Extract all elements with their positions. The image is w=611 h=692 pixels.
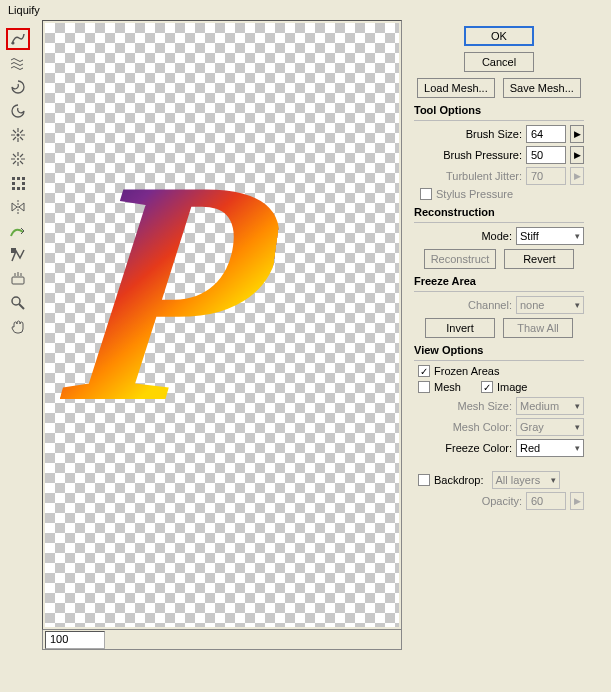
- tool-options-heading: Tool Options: [414, 104, 584, 116]
- opacity-arrow: ▶: [570, 492, 584, 510]
- chevron-down-icon: ▾: [575, 422, 580, 432]
- checkbox-checked-icon: ✓: [481, 381, 493, 393]
- checkbox-checked-icon: ✓: [418, 365, 430, 377]
- mesh-color-select: Gray▾: [516, 418, 584, 436]
- chevron-down-icon: ▾: [575, 300, 580, 310]
- svg-rect-7: [22, 182, 25, 185]
- checkbox-icon: [418, 474, 430, 486]
- brush-pressure-input[interactable]: 50: [526, 146, 566, 164]
- brush-size-label: Brush Size:: [466, 128, 522, 140]
- thaw-tool[interactable]: [6, 268, 30, 290]
- svg-rect-4: [17, 177, 20, 180]
- canvas[interactable]: P: [45, 23, 399, 627]
- brush-size-arrow[interactable]: ▶: [570, 125, 584, 143]
- zoom-tool[interactable]: [6, 292, 30, 314]
- save-mesh-button[interactable]: Save Mesh...: [503, 78, 581, 98]
- mesh-size-select: Medium▾: [516, 397, 584, 415]
- svg-point-13: [12, 297, 20, 305]
- dialog-title: Liquify: [0, 0, 611, 20]
- opacity-input: 60: [526, 492, 566, 510]
- reconstruct-button: Reconstruct: [424, 249, 497, 269]
- zoom-input[interactable]: 100: [45, 631, 105, 649]
- brush-pressure-label: Brush Pressure:: [443, 149, 522, 161]
- frozen-areas-check[interactable]: ✓ Frozen Areas: [414, 365, 584, 377]
- chevron-down-icon: ▾: [575, 443, 580, 453]
- freeze-area-heading: Freeze Area: [414, 275, 584, 287]
- image-check[interactable]: ✓ Image: [481, 381, 528, 393]
- tool-toolbar: [6, 20, 38, 650]
- twirl-ccw-tool[interactable]: [6, 100, 30, 122]
- turbulent-jitter-label: Turbulent Jitter:: [446, 170, 522, 182]
- revert-button[interactable]: Revert: [504, 249, 574, 269]
- svg-point-0: [12, 42, 15, 45]
- ok-button[interactable]: OK: [464, 26, 534, 46]
- stylus-pressure-check: Stylus Pressure: [420, 188, 513, 200]
- turbulence-tool[interactable]: [6, 52, 30, 74]
- stylus-pressure-checkbox-icon: [420, 188, 432, 200]
- channel-select: none▾: [516, 296, 584, 314]
- svg-rect-9: [17, 187, 20, 190]
- reflection-tool[interactable]: [6, 196, 30, 218]
- svg-rect-8: [12, 187, 15, 190]
- pucker-tool[interactable]: [6, 124, 30, 146]
- bloat-tool[interactable]: [6, 148, 30, 170]
- svg-rect-6: [12, 182, 15, 185]
- invert-button[interactable]: Invert: [425, 318, 495, 338]
- chevron-down-icon: ▾: [575, 231, 580, 241]
- mesh-check[interactable]: Mesh: [418, 381, 461, 393]
- svg-rect-5: [22, 177, 25, 180]
- warp-tool[interactable]: [6, 28, 30, 50]
- twirl-cw-tool[interactable]: [6, 76, 30, 98]
- turbulent-jitter-input: 70: [526, 167, 566, 185]
- channel-label: Channel:: [468, 299, 512, 311]
- chevron-down-icon: ▾: [551, 475, 556, 485]
- view-options-heading: View Options: [414, 344, 584, 356]
- options-panel: OK Cancel Load Mesh... Save Mesh... Tool…: [414, 20, 584, 650]
- cancel-button[interactable]: Cancel: [464, 52, 534, 72]
- freeze-color-label: Freeze Color:: [445, 442, 512, 454]
- freeze-color-select[interactable]: Red▾: [516, 439, 584, 457]
- backdrop-check[interactable]: Backdrop:: [418, 474, 484, 486]
- svg-rect-10: [22, 187, 25, 190]
- brush-size-input[interactable]: 64: [526, 125, 566, 143]
- svg-rect-12: [12, 277, 24, 284]
- svg-rect-3: [12, 177, 15, 180]
- load-mesh-button[interactable]: Load Mesh...: [417, 78, 495, 98]
- turbulent-jitter-arrow: ▶: [570, 167, 584, 185]
- svg-point-2: [17, 158, 19, 160]
- canvas-artwork: P: [57, 163, 288, 419]
- thaw-all-button: Thaw All: [503, 318, 573, 338]
- chevron-down-icon: ▾: [575, 401, 580, 411]
- mesh-size-label: Mesh Size:: [458, 400, 512, 412]
- shift-pixels-tool[interactable]: [6, 172, 30, 194]
- backdrop-select: All layers▾: [492, 471, 560, 489]
- brush-pressure-arrow[interactable]: ▶: [570, 146, 584, 164]
- reconstruct-tool[interactable]: [6, 220, 30, 242]
- zoom-bar: 100: [42, 630, 402, 650]
- svg-rect-11: [11, 248, 16, 253]
- svg-point-1: [17, 134, 20, 137]
- mode-label: Mode:: [481, 230, 512, 242]
- mode-select[interactable]: Stiff▾: [516, 227, 584, 245]
- opacity-label: Opacity:: [482, 495, 522, 507]
- freeze-tool[interactable]: [6, 244, 30, 266]
- canvas-frame: P: [42, 20, 402, 630]
- hand-tool[interactable]: [6, 316, 30, 338]
- reconstruction-heading: Reconstruction: [414, 206, 584, 218]
- checkbox-icon: [418, 381, 430, 393]
- mesh-color-label: Mesh Color:: [453, 421, 512, 433]
